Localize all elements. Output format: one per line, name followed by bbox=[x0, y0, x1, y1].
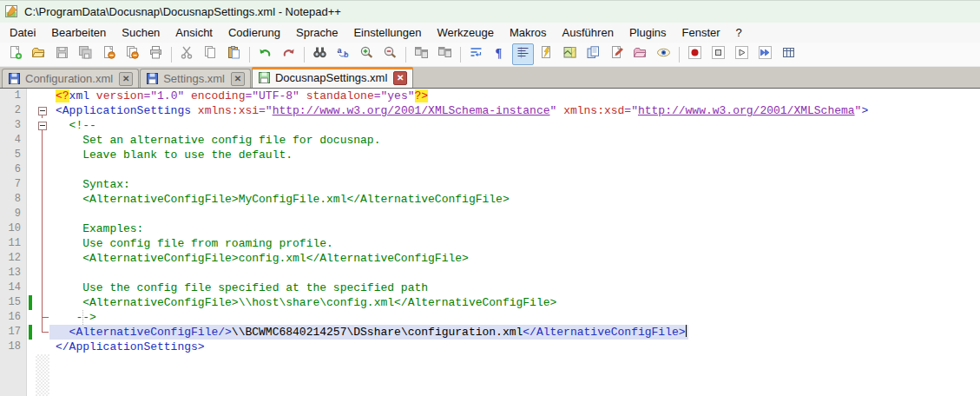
code-line-8[interactable]: <AlternativeConfigFile>MyConfigFile.xml<… bbox=[49, 192, 980, 207]
find-button[interactable] bbox=[309, 43, 331, 65]
show-indent-guide-button[interactable] bbox=[512, 43, 534, 65]
menu-item-fenster[interactable]: Fenster bbox=[674, 23, 728, 43]
zoom-out-icon bbox=[383, 45, 398, 63]
zoom-out-button[interactable] bbox=[379, 43, 401, 65]
code-line-7[interactable]: Syntax: bbox=[49, 177, 980, 192]
redo-button[interactable] bbox=[278, 43, 299, 65]
save-all-button bbox=[75, 43, 96, 65]
line-number: 12 bbox=[0, 251, 26, 266]
document-switcher-button[interactable] bbox=[582, 43, 604, 65]
word-wrap-button[interactable] bbox=[465, 43, 487, 65]
tab-close-icon[interactable]: ✕ bbox=[393, 71, 407, 85]
svg-text:b: b bbox=[344, 50, 349, 59]
open-file-icon bbox=[31, 45, 46, 63]
print-button[interactable] bbox=[145, 43, 167, 65]
close-all-icon bbox=[125, 45, 140, 63]
toolbar-separator bbox=[460, 47, 461, 63]
menu-item-plugins[interactable]: Plugins bbox=[622, 23, 674, 43]
sync-scroll-vertical-button[interactable] bbox=[411, 43, 432, 65]
macro-play-icon bbox=[734, 45, 749, 63]
fold-collapse-marker[interactable] bbox=[36, 103, 49, 118]
tab-configuration-xml[interactable]: Configuration.xml✕ bbox=[2, 69, 139, 88]
code-line-15[interactable]: <AlternativeConfigFile>\\host\share\conf… bbox=[49, 295, 980, 310]
code-area[interactable]: <?xml version="1.0" encoding="UTF-8" sta… bbox=[49, 89, 980, 396]
code-line-17[interactable]: <AlternativeConfigFile/>\\BCWMC684021425… bbox=[49, 325, 980, 340]
tab-close-icon[interactable]: ✕ bbox=[231, 72, 245, 86]
tab-settings-xml[interactable]: Settings.xml✕ bbox=[140, 69, 251, 88]
code-line-16[interactable]: --> bbox=[49, 310, 980, 325]
menu-item-help[interactable]: ? bbox=[728, 23, 750, 43]
fold-margin-cell bbox=[36, 162, 49, 177]
window-title: C:\ProgramData\Docusnap\DocusnapSettings… bbox=[24, 5, 341, 18]
line-number-gutter: 123456789101112131415161718 bbox=[0, 89, 27, 396]
menu-item-datei[interactable]: Datei bbox=[2, 23, 43, 43]
show-all-characters-icon: ¶ bbox=[492, 45, 507, 63]
show-all-characters-button[interactable]: ¶ bbox=[489, 43, 510, 65]
menu-item-sprache[interactable]: Sprache bbox=[288, 23, 345, 43]
sync-scroll-horizontal-button[interactable] bbox=[434, 43, 456, 65]
fold-margin-cell bbox=[36, 280, 49, 295]
menu-item-ansicht[interactable]: Ansicht bbox=[168, 23, 220, 43]
code-line-2[interactable]: <ApplicationSettings xmlns:xsi="http://w… bbox=[49, 103, 980, 118]
code-line-9[interactable] bbox=[49, 207, 980, 221]
code-line-12[interactable]: <AlternativeConfigFile>config.xml</Alter… bbox=[49, 251, 980, 266]
menu-item-bearbeiten[interactable]: Bearbeiten bbox=[43, 23, 114, 43]
code-line-10[interactable]: Examples: bbox=[49, 221, 980, 236]
macro-save-button[interactable] bbox=[778, 43, 799, 65]
close-file-button[interactable] bbox=[98, 43, 120, 65]
syntax-decl: ?> bbox=[415, 89, 429, 102]
editor-area[interactable]: 123456789101112131415161718 <?xml versio… bbox=[0, 89, 980, 396]
paste-button[interactable] bbox=[223, 43, 245, 65]
tab-close-icon[interactable]: ✕ bbox=[119, 72, 133, 86]
folder-as-workspace-button[interactable] bbox=[629, 43, 651, 65]
line-number: 11 bbox=[0, 236, 26, 251]
menu-item-ausf-hren[interactable]: Ausführen bbox=[555, 23, 622, 43]
menu-item-suchen[interactable]: Suchen bbox=[114, 23, 168, 43]
macro-record-button[interactable] bbox=[684, 43, 706, 65]
undo-button[interactable] bbox=[254, 43, 276, 65]
code-line-11[interactable]: Use config file from roaming profile. bbox=[49, 236, 980, 251]
redo-icon bbox=[281, 45, 296, 63]
code-line-3[interactable]: <!-- bbox=[49, 118, 980, 133]
macro-run-multiple-button[interactable] bbox=[754, 43, 776, 65]
menu-item-werkzeuge[interactable]: Werkzeuge bbox=[429, 23, 502, 43]
sync-scroll-horizontal-icon bbox=[437, 45, 452, 63]
new-file-button[interactable] bbox=[4, 43, 26, 65]
svg-text:¶: ¶ bbox=[496, 47, 503, 60]
code-line-14[interactable]: Use the config file specified at the spe… bbox=[49, 280, 980, 295]
marker-margin-cell bbox=[27, 148, 36, 162]
user-defined-dialog-button[interactable] bbox=[536, 43, 557, 65]
fold-margin[interactable] bbox=[36, 89, 49, 396]
title-bar: C:\ProgramData\Docusnap\DocusnapSettings… bbox=[0, 1, 980, 23]
current-line-highlight: <AlternativeConfigFile/>\\BCWMC684021425… bbox=[49, 325, 688, 340]
menu-item-codierung[interactable]: Codierung bbox=[220, 23, 288, 43]
code-line-1[interactable]: <?xml version="1.0" encoding="UTF-8" sta… bbox=[49, 89, 980, 103]
line-number: 14 bbox=[0, 280, 26, 295]
open-file-button[interactable] bbox=[28, 43, 49, 65]
line-number: 3 bbox=[0, 118, 26, 133]
menu-item-einstellungen[interactable]: Einstellungen bbox=[345, 23, 429, 43]
cut-icon bbox=[180, 45, 194, 63]
cut-button bbox=[176, 43, 198, 65]
code-line-6[interactable] bbox=[49, 162, 980, 177]
save-button bbox=[51, 43, 73, 65]
replace-button[interactable]: ab bbox=[332, 43, 354, 65]
code-line-4[interactable]: Set an alternative config file for docus… bbox=[49, 133, 980, 148]
code-line-13[interactable] bbox=[49, 266, 980, 280]
code-line-5[interactable]: Leave blank to use the default. bbox=[49, 148, 980, 162]
tab-bar: Configuration.xml✕Settings.xml✕DocusnapS… bbox=[0, 67, 980, 89]
fold-collapse-marker[interactable] bbox=[36, 118, 49, 133]
menu-item-makros[interactable]: Makros bbox=[502, 23, 555, 43]
document-map-button[interactable] bbox=[559, 43, 581, 65]
file-monitoring-button[interactable] bbox=[653, 43, 674, 65]
syntax-comment: Examples: bbox=[56, 222, 143, 235]
tab-docusnapsettings-xml[interactable]: DocusnapSettings.xml✕ bbox=[252, 67, 413, 88]
toolbar-separator bbox=[405, 47, 406, 63]
code-line-18[interactable]: </ApplicationSettings> bbox=[49, 340, 980, 354]
close-all-button[interactable] bbox=[122, 43, 143, 65]
zoom-in-button[interactable] bbox=[356, 43, 378, 65]
change-marker bbox=[27, 295, 36, 310]
macro-play-button[interactable] bbox=[731, 43, 753, 65]
function-list-button[interactable] bbox=[606, 43, 628, 65]
macro-stop-button[interactable] bbox=[707, 43, 729, 65]
